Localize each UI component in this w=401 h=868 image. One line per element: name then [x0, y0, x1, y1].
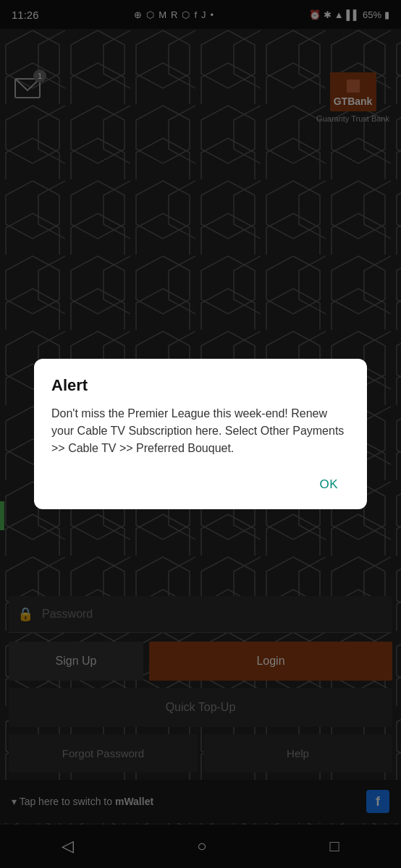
alert-message: Don't miss the Premier League this week-…: [51, 405, 350, 457]
alert-title: Alert: [51, 376, 350, 395]
alert-actions: OK: [51, 472, 350, 498]
alert-ok-button[interactable]: OK: [308, 472, 350, 498]
alert-dialog: Alert Don't miss the Premier League this…: [34, 359, 367, 509]
alert-overlay: Alert Don't miss the Premier League this…: [0, 0, 401, 868]
